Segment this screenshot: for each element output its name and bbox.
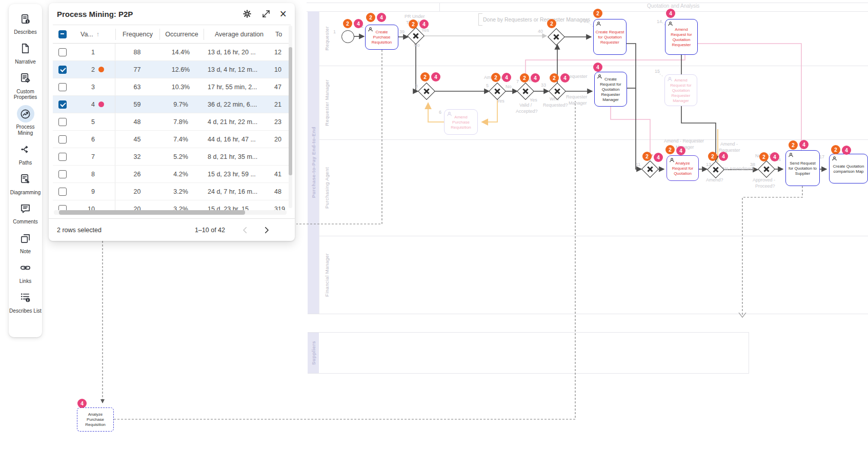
column-header-total[interactable]: To (269, 31, 291, 38)
flow-label: 38 (750, 162, 755, 167)
task-analyze-purchase-requisition-note[interactable]: Analyze Purchase Requisition (77, 407, 114, 432)
flow-label: 6 (439, 110, 441, 115)
variant-cell: 7 (72, 148, 115, 165)
variant-badge-2: 2 (547, 19, 556, 28)
sidebar-item-paths[interactable]: Paths (9, 141, 42, 166)
occurrence-cell: 4.2% (159, 171, 203, 178)
sidebar-item-describes[interactable]: Describes (9, 10, 42, 35)
frequency-cell: 77 (115, 66, 159, 73)
variant-badge-4: 4 (676, 146, 685, 155)
expand-icon[interactable] (261, 9, 271, 18)
variant-badge-4: 4 (666, 9, 675, 18)
vertical-scrollbar-thumb[interactable] (289, 47, 292, 175)
variant-badge-4: 4 (799, 140, 809, 149)
row-checkbox[interactable] (58, 170, 67, 178)
table-row[interactable]: 27712.6%13 d, 4 hr, 12 m...10 (53, 61, 291, 78)
phase-row-border (307, 11, 868, 12)
gateway-amended[interactable] (489, 83, 506, 100)
task-create-purchase-requisition[interactable]: Create Purchase Requisition (365, 25, 398, 50)
average-duration-cell: 36 d, 22 min, 6.... (203, 101, 268, 108)
variant-cell: 2 (72, 61, 115, 78)
settings-gear-icon[interactable] (242, 9, 252, 19)
task-label: Analyze Request for Quotation (669, 161, 697, 176)
sidebar-item-diagramming[interactable]: Diagramming (9, 171, 42, 196)
variant-badge-4: 4 (431, 72, 440, 81)
close-icon[interactable]: × (280, 9, 287, 18)
task-create-request-for-quotation-requester-manager[interactable]: Create Request for Quotation Requester M… (594, 72, 627, 107)
sidebar-item-note[interactable]: Note (9, 230, 42, 255)
variants-table: Va... ↑ Frequency Occurrence Average dur… (53, 25, 291, 213)
sidebar-item-custom-properties[interactable]: Custom Properties (9, 70, 42, 101)
column-header-average-duration[interactable]: Average duration (204, 29, 269, 40)
task-amend-request-for-quotation-requester-manager[interactable]: Amend Request for Quotation Requester Ma… (664, 74, 697, 106)
table-row[interactable]: 9203.2%24 d, 7 hr, 16 m...48 (53, 183, 291, 200)
average-duration-cell: 4 d, 21 hr, 22 m... (203, 118, 268, 126)
row-checkbox[interactable] (58, 66, 67, 74)
variant-cell: 3 (72, 78, 115, 95)
gateway-merge-quotation[interactable] (641, 160, 659, 178)
table-row[interactable]: 18814.4%13 d, 16 hr, 20 ...12 (53, 44, 291, 61)
start-event[interactable] (341, 30, 354, 43)
sidebar-item-narrative[interactable]: Narrative (9, 40, 42, 65)
gateway-merge-requisition[interactable] (418, 83, 435, 100)
frequency-cell: 32 (115, 153, 159, 160)
table-row[interactable]: 8264.2%15 d, 23 hr, 59 ...41 (53, 166, 291, 183)
horizontal-scrollbar[interactable] (54, 210, 287, 215)
flow-label: 5 (486, 83, 489, 88)
average-duration-cell: 15 d, 23 hr, 59 ... (203, 171, 268, 178)
variant-badge-2: 2 (759, 152, 769, 161)
table-row[interactable]: 4599.7%36 d, 22 min, 6....21 (53, 96, 291, 113)
column-header-frequency[interactable]: Frequency (115, 29, 159, 40)
task-label: Amend Request for Quotation Requester (667, 27, 696, 48)
gateway-approved-proceed[interactable] (758, 160, 775, 178)
task-create-request-for-quotation-requester[interactable]: Create Request for Quotation Requester (593, 19, 627, 55)
row-checkbox[interactable] (58, 153, 67, 161)
links-icon (17, 259, 34, 277)
variant-cell: 6 (72, 131, 115, 148)
row-checkbox[interactable] (58, 48, 67, 56)
sidebar-item-comments[interactable]: Comments (9, 200, 42, 225)
horizontal-scrollbar-thumb[interactable] (59, 210, 245, 215)
variant-badge-4: 4 (770, 152, 779, 161)
task-send-request-for-quotation-to-supplier[interactable]: Send Request for Quotation to Supplier (785, 150, 820, 186)
table-row[interactable]: 36310.3%17 hr, 55 min, 2...47 (53, 78, 291, 96)
comments-icon (17, 200, 34, 217)
task-amend-request-for-quotation-requester[interactable]: Amend Request for Quotation Requester (665, 19, 698, 55)
flow-label: Approved - (753, 177, 775, 182)
previous-page-button[interactable] (240, 226, 250, 235)
table-row[interactable]: 6457.4%44 d, 16 hr, 47 ...20 (53, 131, 291, 148)
lane-label-purchasing-agent: Purchasing Agent (319, 139, 334, 236)
task-analyze-request-for-quotation[interactable]: Analyze Request for Quotation (667, 155, 699, 181)
next-page-button[interactable] (250, 226, 271, 235)
average-duration-cell: 13 d, 4 hr, 12 m... (203, 66, 268, 73)
task-create-quotation-comparison-map[interactable]: Create Quotation comparison Map (829, 154, 868, 183)
variant-badge-4: 4 (377, 13, 386, 22)
task-label: Create Request for Quotation Requester M… (596, 77, 625, 103)
row-checkbox[interactable] (58, 100, 67, 109)
row-checkbox[interactable] (58, 135, 67, 144)
app-canvas: Quotation and Analysis Done by Requester… (0, 0, 868, 470)
frequency-cell: 45 (115, 136, 159, 143)
row-checkbox[interactable] (58, 118, 67, 126)
variant-badge-4: 4 (593, 63, 602, 72)
flow-label: No Amendment (722, 166, 754, 171)
average-duration-cell: 13 d, 16 hr, 20 ... (203, 49, 268, 56)
task-amend-purchase-requisition[interactable]: Amend Purchase Requisition (444, 109, 478, 135)
sidebar-item-links[interactable]: Links (9, 259, 42, 284)
row-checkbox[interactable] (58, 83, 67, 91)
table-row[interactable]: 5487.8%4 d, 21 hr, 22 m...23 (53, 113, 291, 131)
row-checkbox[interactable] (58, 188, 67, 196)
sidebar-item-label: Links (19, 278, 31, 284)
flow-label: Requester (566, 94, 588, 99)
select-all-checkbox[interactable] (58, 30, 67, 38)
gateway-post-quotation-merge[interactable] (548, 28, 565, 46)
suppliers-pool-border (308, 373, 749, 374)
sidebar-item-process-mining[interactable]: Process Mining (9, 105, 42, 136)
flow-label: 7 (516, 79, 519, 84)
table-row[interactable]: 7325.2%8 d, 21 hr, 35 m... (53, 148, 291, 166)
column-header-occurrence[interactable]: Occurrence (159, 29, 204, 40)
vertical-scrollbar[interactable] (289, 26, 292, 208)
column-header-variant[interactable]: Va... ↑ (72, 25, 115, 43)
sidebar-item-describes-list[interactable]: Describes List (9, 289, 42, 314)
flow-label: Requested? (543, 103, 568, 108)
